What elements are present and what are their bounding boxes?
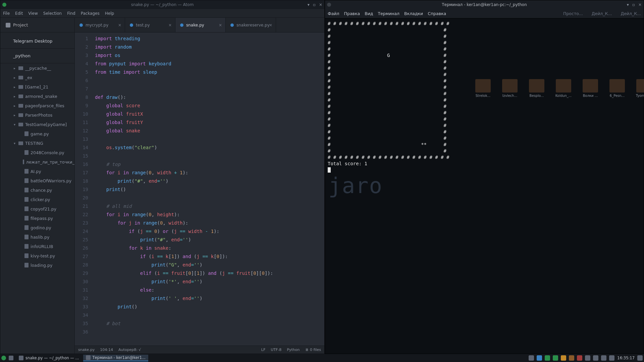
status-autopep[interactable]: Autopep8: √: [118, 348, 141, 352]
folder-icon: [18, 95, 23, 98]
tray-icon[interactable]: [561, 355, 566, 361]
terminal-game-board: # # # # # # # # # # # # # # # # # # # # …: [328, 20, 641, 167]
tree-file-4[interactable]: chance.py: [0, 185, 74, 195]
tree-file-7[interactable]: filepass.py: [0, 214, 74, 223]
term-shortcut[interactable]: Просто...: [563, 11, 583, 16]
code-editor[interactable]: 1234567891011121314151617181920212223242…: [75, 33, 324, 346]
tree-file-12[interactable]: loading.py: [0, 260, 74, 270]
tree-file-11[interactable]: kivy-test.py: [0, 251, 74, 260]
terminal-title: Терминал - ker1an@ker1an-pc:~/_python: [357, 2, 611, 7]
term-shortcut[interactable]: Дейл_К...: [592, 11, 612, 16]
taskbar-app[interactable]: Терминал - ker1an@ker1...: [83, 355, 148, 361]
term-menu-item[interactable]: Справка: [428, 11, 446, 16]
tree-folder-testing[interactable]: ▾TESTING: [0, 138, 74, 148]
tree-file-0[interactable]: 2048Console.py: [0, 148, 74, 157]
app-launcher-icon[interactable]: [9, 356, 13, 360]
tray-icon[interactable]: [545, 355, 550, 361]
status-file[interactable]: snake.py: [78, 348, 95, 352]
maximize-icon[interactable]: ▫: [313, 2, 316, 7]
tab-mycrypt-py[interactable]: mycrypt.py×: [75, 18, 125, 32]
tray-icon[interactable]: [553, 355, 558, 361]
tree-folder-3[interactable]: ▸armored_snake: [0, 92, 74, 101]
tree-folder-4[interactable]: ▸pageofparsce_files: [0, 101, 74, 110]
tray-user-icon[interactable]: [637, 355, 643, 361]
menu-file[interactable]: File: [3, 11, 10, 16]
term-menu-item[interactable]: Вкладки: [404, 11, 423, 16]
tree-file-10[interactable]: infoURLLIB: [0, 242, 74, 251]
tree-folder-2[interactable]: ▸[Game]_21: [0, 82, 74, 92]
tray-icon[interactable]: [585, 355, 590, 361]
minimize-icon[interactable]: ▾: [308, 2, 310, 7]
tab-close-icon[interactable]: ×: [118, 23, 121, 27]
start-menu-icon[interactable]: [1, 356, 6, 360]
term-menu-item[interactable]: Правка: [344, 11, 360, 16]
close-icon[interactable]: ×: [638, 2, 642, 7]
maximize-icon[interactable]: ▫: [632, 2, 635, 7]
minimize-icon[interactable]: ▾: [627, 2, 629, 7]
tree-file-game[interactable]: game.py: [0, 129, 74, 138]
tray-volume-icon[interactable]: [609, 355, 614, 361]
term-menu-item[interactable]: Терминал: [378, 11, 399, 16]
taskbar-app[interactable]: snake.py — ~/_python — ...: [16, 355, 82, 361]
status-git[interactable]: 🗎 0 files: [305, 348, 321, 352]
chevron-icon: ▾: [14, 141, 16, 145]
tree-folder-5[interactable]: ▸ParserPhotos: [0, 110, 74, 120]
tree-root-telegram[interactable]: Telegram Desktop: [0, 34, 74, 49]
file-icon: [24, 150, 29, 155]
tab-snake-py[interactable]: snake.py×: [175, 18, 226, 32]
tray-icon[interactable]: [537, 355, 542, 361]
tree-file-2[interactable]: AI.py: [0, 167, 74, 176]
tab-close-icon[interactable]: ×: [269, 23, 272, 27]
close-icon[interactable]: ×: [319, 2, 322, 7]
term-menu-item[interactable]: Вид: [365, 11, 373, 16]
app-icon: [86, 355, 91, 360]
tree-item-label: chance.py: [31, 188, 52, 193]
tree-file-1[interactable]: лежат_ли_три_точки_: [0, 157, 74, 167]
menu-find[interactable]: Find: [67, 11, 75, 16]
menu-edit[interactable]: Edit: [15, 11, 23, 16]
code-content[interactable]: import threadingimport randomimport osfr…: [94, 33, 324, 346]
tree-folder-1[interactable]: ▸_ex: [0, 73, 74, 82]
status-cursor-pos[interactable]: 104:14: [100, 348, 113, 352]
project-header[interactable]: Project: [0, 18, 74, 33]
file-icon: [24, 188, 29, 192]
tree-folder-0[interactable]: ▸__pycache__: [0, 63, 74, 73]
tree-file-5[interactable]: clicker.py: [0, 195, 74, 204]
tree-file-9[interactable]: haslib.py: [0, 232, 74, 242]
tree-file-6[interactable]: copyof21.py: [0, 204, 74, 214]
tray-icon[interactable]: [529, 355, 534, 361]
folder-icon: [18, 113, 23, 117]
tree-item-label: __pycache__: [25, 66, 51, 71]
tree-item-label: ParserPhotos: [25, 113, 52, 118]
status-language[interactable]: Python: [287, 348, 300, 352]
tab-snakereserve-py[interactable]: snakereserve.py×: [226, 18, 276, 32]
tree-file-3[interactable]: battleOfWarriors.py: [0, 176, 74, 185]
status-line-ending[interactable]: LF: [261, 348, 265, 352]
tree-item-label: pageofparsce_files: [25, 103, 64, 108]
menu-selection[interactable]: Selection: [43, 11, 62, 16]
tab-close-icon[interactable]: ×: [219, 23, 222, 27]
tree-file-8[interactable]: godino.py: [0, 223, 74, 232]
menu-view[interactable]: View: [28, 11, 38, 16]
status-encoding[interactable]: UTF-8: [271, 348, 281, 352]
menu-packages[interactable]: Packages: [81, 11, 100, 16]
terminal-titlebar[interactable]: Терминал - ker1an@ker1an-pc:~/_python ▾ …: [325, 0, 644, 9]
tray-clock[interactable]: 16:35:17: [617, 356, 635, 360]
file-icon: [24, 225, 29, 230]
tree-root-python[interactable]: _python: [0, 49, 74, 63]
menu-help[interactable]: Help: [105, 11, 114, 16]
terminal-output[interactable]: # # # # # # # # # # # # # # # # # # # # …: [325, 18, 644, 354]
terminal-window: Терминал - ker1an@ker1an-pc:~/_python ▾ …: [325, 0, 644, 354]
tab-close-icon[interactable]: ×: [168, 23, 172, 27]
tray-icon[interactable]: [569, 355, 574, 361]
tray-shield-icon[interactable]: [593, 355, 598, 361]
term-menu-item[interactable]: Файл: [328, 11, 339, 16]
tray-icon[interactable]: [577, 355, 582, 361]
tab-test-py[interactable]: test.py×: [125, 18, 175, 32]
atom-titlebar[interactable]: snake.py — ~/_python — Atom ▾ ▫ ×: [0, 0, 324, 9]
file-icon: [24, 131, 29, 136]
chevron-icon: ▸: [14, 113, 16, 117]
tree-folder-6[interactable]: ▾TestGame[pyGame]: [0, 120, 74, 129]
tray-battery-icon[interactable]: [601, 355, 606, 361]
term-shortcut[interactable]: Дейл_К...: [621, 11, 641, 16]
